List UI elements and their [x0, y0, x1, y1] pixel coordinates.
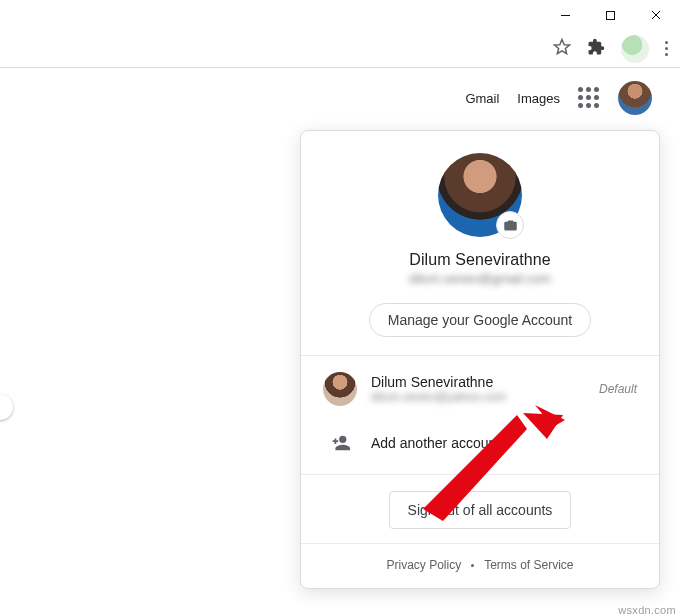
manage-account-button[interactable]: Manage your Google Account [369, 303, 591, 337]
terms-link[interactable]: Terms of Service [484, 558, 573, 572]
avatar-icon [323, 372, 357, 406]
floating-pill [0, 394, 13, 420]
account-email: dilum.senev@gmail.com [321, 271, 639, 287]
add-person-icon [323, 426, 357, 460]
add-account-row[interactable]: Add another account [301, 416, 659, 470]
account-name: Dilum Senevirathne [321, 251, 639, 269]
account-avatar-icon[interactable] [618, 81, 652, 115]
signout-button[interactable]: Sign out of all accounts [389, 491, 572, 529]
gmail-link[interactable]: Gmail [465, 91, 499, 106]
extensions-icon[interactable] [587, 38, 605, 60]
add-account-label: Add another account [371, 435, 637, 451]
change-photo-button[interactable] [496, 211, 524, 239]
window-maximize-button[interactable] [588, 0, 633, 30]
watermark: wsxdn.com [618, 604, 676, 616]
kebab-menu-icon[interactable] [665, 41, 668, 56]
window-close-button[interactable] [633, 0, 678, 30]
account-row-name: Dilum Senevirathne [371, 374, 585, 390]
account-menu: Dilum Senevirathne dilum.senev@gmail.com… [300, 130, 660, 589]
bookmark-star-icon[interactable] [553, 38, 571, 60]
account-row-email: dilum.senev@yahoo.com [371, 390, 585, 404]
svg-marker-4 [555, 39, 570, 53]
svg-rect-1 [607, 11, 615, 19]
account-avatar-large [438, 153, 522, 237]
window-minimize-button[interactable] [543, 0, 588, 30]
profile-avatar-icon[interactable] [621, 35, 649, 63]
images-link[interactable]: Images [517, 91, 560, 106]
google-apps-icon[interactable] [578, 87, 600, 109]
account-row[interactable]: Dilum Senevirathne dilum.senev@yahoo.com… [301, 362, 659, 416]
default-badge: Default [599, 382, 637, 396]
separator-dot [471, 564, 474, 567]
privacy-link[interactable]: Privacy Policy [386, 558, 461, 572]
